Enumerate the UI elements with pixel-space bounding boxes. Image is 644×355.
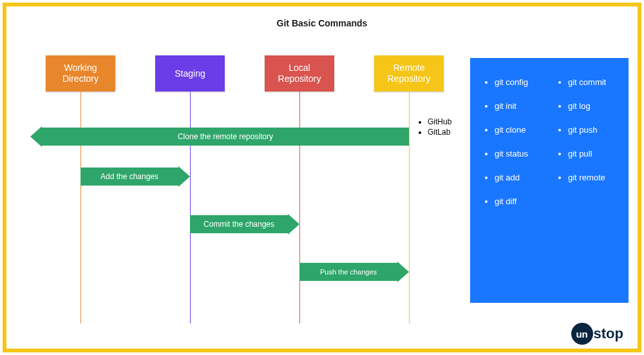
command-item: git commit	[568, 77, 613, 87]
lifeline-remote	[409, 91, 410, 323]
lane-label: Working Directory	[48, 62, 113, 84]
arrow-commit: Commit the changes	[190, 215, 288, 233]
remote-example-item: GitLab	[428, 128, 451, 137]
lane-label: Staging	[175, 68, 205, 79]
lifeline-working	[80, 91, 81, 323]
logo-text: stop	[594, 325, 623, 342]
remote-example-item: GitHub	[428, 117, 451, 126]
arrow-head-right-icon	[288, 214, 299, 235]
command-item: git log	[568, 101, 613, 111]
arrow-push: Push the changes	[299, 263, 397, 281]
command-item: git diff	[495, 197, 540, 206]
commands-panel: git config git init git clone git status…	[470, 58, 629, 303]
arrow-label: Clone the remote repository	[178, 132, 273, 141]
brand-logo: unstop	[571, 323, 623, 345]
lane-staging: Staging	[155, 55, 225, 91]
command-item: git status	[495, 149, 540, 158]
command-item: git config	[495, 77, 540, 87]
command-item: git clone	[495, 125, 540, 135]
command-item: git push	[568, 125, 613, 135]
arrow-head-right-icon	[178, 166, 190, 187]
remote-examples: GitHub GitLab	[419, 117, 451, 138]
command-item: git add	[495, 173, 540, 182]
lane-local: Local Repository	[265, 55, 334, 91]
lane-remote: Remote Repository	[374, 55, 444, 91]
logo-icon: un	[571, 323, 593, 345]
lifeline-staging	[190, 91, 191, 323]
outer-frame: Git Basic Commands Working Directory Sta…	[3, 3, 641, 352]
lane-working: Working Directory	[46, 55, 115, 91]
commands-column-1: git config git init git clone git status…	[486, 77, 540, 287]
arrow-head-left-icon	[30, 126, 42, 147]
commands-column-2: git commit git log git push git pull git…	[559, 77, 613, 287]
arrow-label: Commit the changes	[204, 220, 274, 229]
arrow-clone: Clone the remote repository	[42, 128, 409, 146]
lifeline-local	[299, 91, 300, 323]
arrow-label: Add the changes	[100, 172, 158, 181]
command-item: git remote	[568, 173, 613, 182]
arrow-label: Push the changes	[320, 268, 377, 276]
page-title: Git Basic Commands	[19, 18, 625, 28]
command-item: git pull	[568, 149, 613, 158]
arrow-head-right-icon	[397, 262, 409, 282]
sequence-diagram: Working Directory Staging Local Reposito…	[32, 55, 612, 336]
lane-label: Local Repository	[267, 62, 332, 84]
arrow-add: Add the changes	[80, 168, 178, 186]
lane-label: Remote Repository	[377, 62, 441, 84]
command-item: git init	[495, 101, 540, 111]
